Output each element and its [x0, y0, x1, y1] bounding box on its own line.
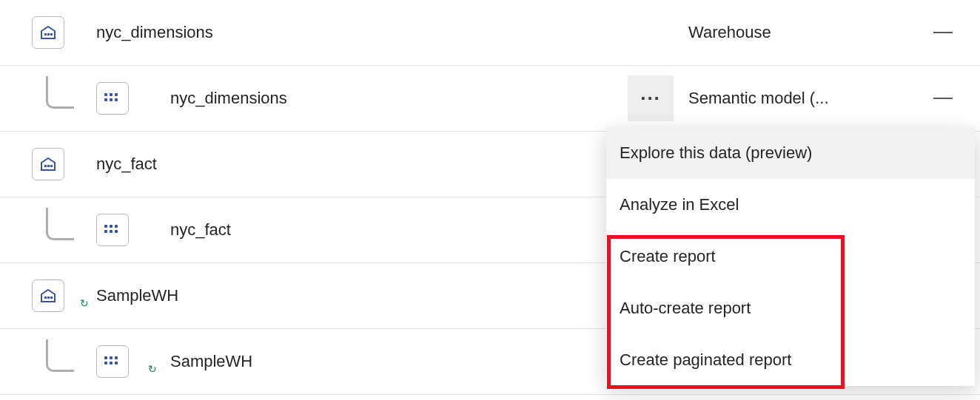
item-name[interactable]: nyc_dimensions	[96, 23, 625, 42]
dash-icon	[933, 98, 953, 100]
item-icon-cell	[0, 214, 170, 246]
item-name[interactable]: nyc_dimensions	[170, 89, 625, 108]
semantic-model-icon	[96, 214, 129, 246]
warehouse-icon	[32, 148, 64, 180]
svg-rect-3	[44, 165, 47, 167]
table-row[interactable]: nyc_dimensions ··· Semantic model (...	[0, 66, 980, 132]
item-name[interactable]: SampleWH	[96, 286, 625, 305]
more-options-button[interactable]: ···	[628, 75, 674, 121]
item-actions: ···	[625, 75, 677, 121]
item-name[interactable]: nyc_fact	[170, 220, 625, 240]
shortcut-arrow-icon: ↻	[148, 363, 157, 375]
item-type: Warehouse	[677, 23, 906, 42]
svg-rect-4	[47, 165, 50, 167]
menu-item-create-report[interactable]: Create report	[606, 231, 975, 282]
item-icon-cell: ↻	[0, 345, 170, 378]
shortcut-arrow-icon: ↻	[80, 297, 89, 309]
semantic-model-icon	[96, 345, 129, 378]
menu-item-analyze-excel[interactable]: Analyze in Excel	[606, 179, 975, 231]
svg-rect-5	[50, 165, 53, 167]
dash-icon	[933, 32, 953, 34]
svg-rect-8	[50, 296, 53, 299]
item-name[interactable]: nyc_fact	[96, 155, 625, 174]
tree-connector-icon	[46, 339, 74, 372]
svg-rect-7	[47, 296, 50, 299]
semantic-model-icon	[96, 82, 129, 115]
item-extra	[906, 32, 980, 34]
menu-item-auto-create-report[interactable]: Auto-create report	[606, 282, 975, 334]
svg-rect-0	[44, 33, 47, 35]
item-type: Semantic model (...	[677, 89, 906, 108]
warehouse-icon	[32, 279, 64, 312]
warehouse-icon	[32, 16, 64, 49]
item-icon-cell: ↻	[0, 279, 96, 312]
context-menu: Explore this data (preview) Analyze in E…	[606, 127, 975, 386]
tree-connector-icon	[46, 208, 74, 240]
item-name[interactable]: SampleWH	[170, 352, 625, 371]
menu-item-explore-data[interactable]: Explore this data (preview)	[606, 127, 975, 179]
item-extra	[906, 98, 980, 100]
menu-item-create-paginated-report[interactable]: Create paginated report	[606, 334, 975, 386]
table-row[interactable]: nyc_dimensions Warehouse	[0, 0, 980, 66]
tree-connector-icon	[46, 76, 74, 109]
item-icon-cell	[0, 148, 96, 180]
item-icon-cell	[0, 16, 96, 49]
svg-rect-6	[44, 296, 47, 299]
svg-rect-1	[47, 33, 50, 35]
svg-rect-2	[50, 33, 53, 35]
item-icon-cell	[0, 82, 170, 115]
